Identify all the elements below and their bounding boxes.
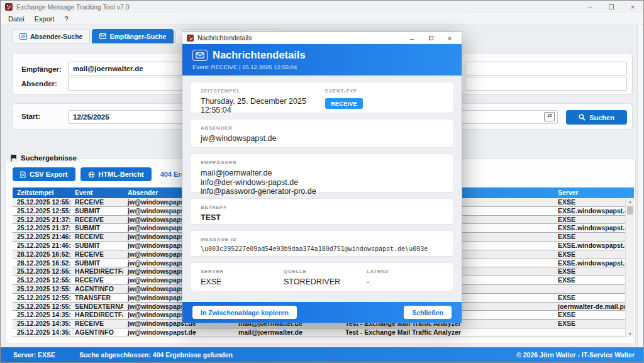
cell-time: 25.12.2025 14:35:01 xyxy=(13,311,70,319)
results-flag-icon xyxy=(10,154,18,162)
cell-event: RECEIVE xyxy=(70,276,123,284)
latency-field-label: LATENZ xyxy=(367,269,443,274)
html-report-label: HTML-Bericht xyxy=(99,170,144,178)
server-field-value: EXSE xyxy=(201,277,284,286)
cell-time: 25.12.2025 12:55:05 xyxy=(13,207,70,215)
menu-datei[interactable]: Datei xyxy=(3,15,30,23)
sender-field-label: ABSENDER xyxy=(201,125,443,131)
csv-export-label: CSV Export xyxy=(30,170,68,178)
cell-time: 25.12.2025 14:35:01 xyxy=(13,328,70,337)
csv-export-button[interactable]: CSV Export xyxy=(13,167,75,181)
globe-icon xyxy=(88,171,95,178)
message-details-dialog: Nachrichtendetails – × Nachrichtendetail… xyxy=(182,31,462,323)
dialog-heading: Nachrichtendetails xyxy=(213,49,306,61)
cell-time: 25.12.2025 12:55:07 xyxy=(13,294,70,302)
cell-server: EXSE.windowspapst.de xyxy=(553,224,625,232)
cell-server: EXSE xyxy=(553,198,625,206)
latency-field-value: - xyxy=(367,277,443,286)
window-title: Exchange Message Tracking Tool v7.0 xyxy=(16,3,130,11)
status-server: Server: EXSE xyxy=(13,351,55,359)
dialog-minimize-button[interactable]: – xyxy=(402,32,421,44)
copy-to-clipboard-button[interactable]: In Zwischenablage kopieren xyxy=(192,306,297,319)
menu-export[interactable]: Export xyxy=(30,15,60,23)
cell-time: 25.12.2025 12:55:04 xyxy=(13,198,70,206)
dialog-maximize-button[interactable] xyxy=(421,32,440,44)
table-scrollbar[interactable]: ▲ ▼ xyxy=(625,198,634,337)
cell-event: HAREDIRECTFAIL xyxy=(70,267,123,276)
cell-time: 25.12.2025 12:55:07 xyxy=(13,285,70,293)
scroll-up-icon[interactable]: ▲ xyxy=(626,199,635,204)
dialog-close-action-button[interactable]: Schließen xyxy=(404,306,452,319)
cell-recipient: mail@joernwalter.de xyxy=(234,328,341,337)
sender-card: ABSENDER jw@windowspapst.de xyxy=(190,119,454,148)
message-id-label: MESSAGE-ID xyxy=(201,237,443,242)
close-button[interactable]: × xyxy=(622,1,643,13)
dialog-footer: In Zwischenablage kopieren Schließen xyxy=(182,302,462,323)
cell-event: RECEIVE xyxy=(70,233,123,241)
cell-event: RECEIVE xyxy=(70,198,123,206)
search-button[interactable]: Suchen xyxy=(566,110,627,125)
message-id-value: \u003c395227e09ad54e93b9daa374a180d751@w… xyxy=(201,245,443,252)
minimize-button[interactable]: – xyxy=(579,1,601,13)
column-header-server[interactable]: Server xyxy=(553,187,625,198)
dialog-close-button[interactable]: × xyxy=(440,32,459,44)
recipients-card: EMPFÄNGER mail@joernwalter.de info@der-w… xyxy=(190,154,454,193)
maximize-button[interactable] xyxy=(601,1,622,13)
recipient-line: mail@joernwalter.de xyxy=(201,169,443,178)
tab-label: Empfänger-Suche xyxy=(109,33,166,40)
cell-event: SENDEXTERNAL xyxy=(70,303,123,311)
results-legend: Suchergebnisse xyxy=(7,154,80,162)
cell-time: 28.12.2025 16:52:19 xyxy=(13,250,70,259)
dialog-body: ZEITSTEMPEL Thursday, 25. December 2025 … xyxy=(182,75,462,303)
cell-time: 25.12.2025 21:37:37 xyxy=(13,224,70,232)
tab-absender-suche[interactable]: @ Absender-Suche xyxy=(12,29,90,43)
cell-event: SUBMIT xyxy=(70,224,123,232)
cell-server: EXSE xyxy=(553,276,625,284)
cell-time: 25.12.2025 21:37:36 xyxy=(13,216,70,224)
send-icon xyxy=(99,33,106,39)
sender-secondary-input[interactable] xyxy=(465,77,627,91)
cell-event: TRANSFER xyxy=(70,294,123,302)
statusbar: Server: EXSE Suche abgeschlossen: 404 Er… xyxy=(1,347,643,362)
cell-server: joernwalter-de.mail.protecti xyxy=(553,303,625,311)
timestamp-card: ZEITSTEMPEL Thursday, 25. December 2025 … xyxy=(190,82,454,113)
status-copyright: © 2026 Jörn Walter - IT-Service Walter xyxy=(516,351,635,359)
cell-server: EXSE xyxy=(553,311,625,319)
scroll-down-icon[interactable]: ▼ xyxy=(626,332,635,336)
server-field-label: SERVER xyxy=(201,269,284,274)
html-report-button[interactable]: HTML-Bericht xyxy=(80,167,152,181)
recipient-line: info@password-generator-pro.de xyxy=(201,187,443,196)
dialog-subtitle: Event: RECEIVE | 25.12.2025 12:55:04 xyxy=(192,64,462,70)
recipient-secondary-input[interactable] xyxy=(465,62,627,75)
cell-server: EXSE.windowspapst.de xyxy=(553,207,625,215)
subject-card: BETREFF TEST xyxy=(190,198,454,225)
cell-server: EXSE xyxy=(553,267,625,276)
table-row[interactable]: 25.12.2025 14:35:01AGENTINFOjw@windowspa… xyxy=(13,328,634,337)
tab-empfaenger-suche[interactable]: Empfänger-Suche xyxy=(92,29,174,43)
cell-server: EXSE xyxy=(553,250,625,259)
recipient-label: Empfänger: xyxy=(21,65,62,73)
cell-event: AGENTINFO xyxy=(70,285,123,293)
results-title: Suchergebnisse xyxy=(21,154,77,162)
scrollbar-thumb[interactable] xyxy=(627,206,633,215)
cell-time: 25.12.2025 14:35:01 xyxy=(13,320,70,328)
tab-label: Absender-Suche xyxy=(30,33,82,40)
dialog-titlebar: Nachrichtendetails – × xyxy=(182,32,462,44)
dialog-header: Nachrichtendetails Event: RECEIVE | 25.1… xyxy=(182,44,462,75)
menu-help[interactable]: ? xyxy=(59,15,73,23)
search-button-label: Suchen xyxy=(589,114,614,121)
cell-event: SUBMIT xyxy=(70,259,123,267)
event-type-label: EVENT-TYP xyxy=(325,88,443,94)
app-icon xyxy=(5,3,13,11)
cell-event: SUBMIT xyxy=(70,242,123,250)
window-scrollbar[interactable] xyxy=(637,25,643,347)
timestamp-value: Thursday, 25. December 2025 12:55:04 xyxy=(201,97,325,114)
subject-field-label: BETREFF xyxy=(201,204,443,210)
cell-time: 25.12.2025 12:55:08 xyxy=(13,303,70,311)
calendar-icon[interactable]: 15 xyxy=(544,112,555,121)
timestamp-label: ZEITSTEMPEL xyxy=(201,88,325,94)
column-header-event[interactable]: Event xyxy=(70,187,123,198)
cell-event: SUBMIT xyxy=(70,207,123,215)
main-window: Exchange Message Tracking Tool v7.0 – × … xyxy=(0,0,644,363)
column-header-zeitstempel[interactable]: Zeitstempel xyxy=(13,187,70,198)
